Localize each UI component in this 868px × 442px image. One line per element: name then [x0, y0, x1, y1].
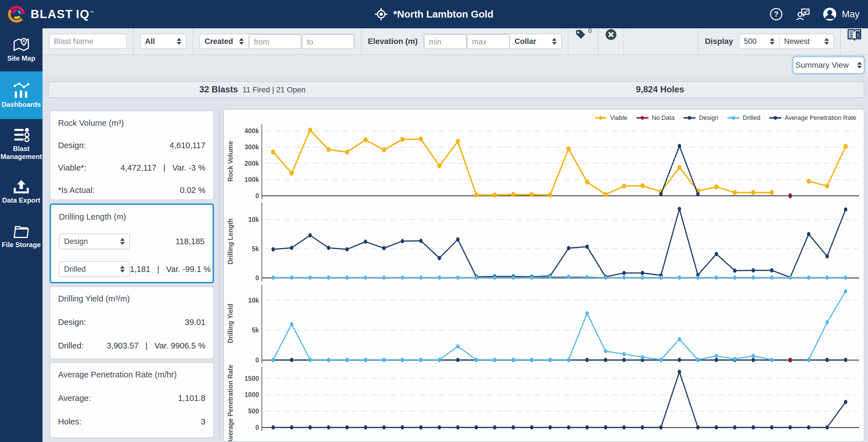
elevation-min-input[interactable]	[424, 34, 466, 49]
sidebar-item-data-export[interactable]: Data Export	[0, 169, 42, 214]
y-axis-title: Drilling Length	[224, 200, 237, 283]
user-guide-button[interactable]: i	[841, 28, 868, 54]
chart-drilling-yield: Drilling Yield05k10k	[224, 283, 864, 365]
legend-item[interactable]: No Data	[636, 114, 675, 122]
svg-text:500: 500	[248, 407, 259, 415]
user-guide-book-icon: i	[847, 28, 862, 41]
kpi-cards-panel: Rock Volume (m³) Design:4,610,117Viable*…	[50, 110, 214, 439]
elevation-label: Elevation (m)	[368, 37, 418, 46]
card-row: Viable*:4,472,117 | Var. -3 %	[58, 163, 206, 172]
card-row: Design:39.01	[58, 318, 206, 327]
elevation-ref-select[interactable]: Collar	[510, 34, 561, 49]
tags-filter-button[interactable]: 0	[568, 28, 598, 54]
card-row: Design118,185	[59, 233, 205, 249]
legend-marker-icon	[683, 116, 696, 120]
metric-label: Drilled:	[58, 341, 84, 350]
blast-type-select[interactable]: All	[140, 34, 186, 49]
metric-label: Viable*:	[58, 163, 86, 172]
feedback-icon[interactable]	[796, 7, 810, 21]
site-map-icon	[12, 37, 30, 52]
legend-marker-icon	[636, 116, 649, 120]
legend-item[interactable]: Viable	[594, 114, 627, 122]
metric-label: Holes:	[58, 417, 81, 427]
panel-divider	[220, 110, 220, 439]
select-caret-icon	[857, 62, 862, 69]
clear-filters-icon	[605, 28, 617, 41]
card-row: Design:4,610,117	[58, 141, 206, 150]
svg-text:1500: 1500	[245, 375, 259, 382]
date-field-select[interactable]: Created	[200, 34, 248, 49]
chart-plot-area[interactable]: 05k10k	[237, 200, 860, 283]
legend-marker-icon	[594, 116, 607, 120]
card-row: Average:1,101.8	[58, 393, 206, 403]
metric-value: 0.02 %	[180, 186, 206, 195]
summary-view-select[interactable]: Summary View	[793, 57, 864, 73]
blasts-count: 32 Blasts 11 Fired | 21 Open	[49, 85, 456, 95]
data-export-icon	[13, 179, 29, 194]
brand[interactable]: BLASTIQ™	[0, 5, 130, 23]
date-to-input[interactable]	[302, 34, 354, 49]
sidebar-nav: Site Map Dashboards Blast Manage	[0, 28, 42, 442]
metric-label: *Is Actual:	[58, 186, 95, 195]
svg-text:200k: 200k	[245, 160, 259, 167]
tag-icon	[575, 28, 587, 40]
chart-plot-area[interactable]: 0100k200k300k400k	[237, 122, 860, 200]
legend-marker-icon	[727, 116, 740, 120]
metric-value: 4,472,117 | Var. -3 %	[120, 163, 206, 172]
sidebar-item-site-map[interactable]: Site Map	[0, 28, 42, 71]
blastiq-logo-icon	[7, 5, 26, 23]
blast-management-icon	[12, 128, 30, 143]
measure-select[interactable]: Drilled	[59, 261, 130, 277]
svg-text:10k: 10k	[248, 297, 259, 304]
charts-panel: ViableNo DataDesignDrilledAverage Penetr…	[223, 109, 864, 442]
metric-value: 4,610,117	[169, 141, 206, 150]
card-row: Holes:3	[58, 417, 206, 427]
card-drilling-length[interactable]: Drilling Length (m) Design118,185Drilled…	[50, 203, 214, 283]
site-target-icon	[375, 8, 388, 21]
counts-bar: 32 Blasts 11 Fired | 21 Open 9,824 Holes	[48, 81, 864, 98]
top-navbar: BLASTIQ™ *North Lambton Gold ?	[0, 0, 868, 28]
clear-filters-button[interactable]	[598, 28, 623, 54]
legend-item[interactable]: Average Penetration Rate	[769, 114, 857, 122]
sidebar-item-blast-management[interactable]: Blast Management	[0, 119, 42, 169]
card-row: Drilled1,181 | Var. -99.1 %	[59, 261, 205, 277]
user-menu[interactable]: May	[823, 7, 860, 21]
help-icon[interactable]: ?	[769, 7, 783, 21]
select-caret-icon	[120, 266, 125, 273]
card-drilling-yield: Drilling Yield (m³/m) Design:39.01Drille…	[50, 286, 214, 359]
site-name[interactable]: *North Lambton Gold	[393, 8, 494, 20]
view-toolbar: Summary View	[42, 54, 868, 76]
select-caret-icon	[120, 238, 125, 245]
blast-name-input[interactable]	[49, 34, 127, 49]
svg-text:5k: 5k	[252, 326, 259, 334]
brand-wordmark: BLASTIQ™	[31, 7, 94, 21]
chart-plot-area[interactable]: 05k10k	[237, 283, 860, 365]
svg-text:0: 0	[255, 356, 259, 364]
tag-count-badge: 0	[588, 27, 592, 35]
file-storage-icon	[12, 224, 30, 239]
chart-plot-area[interactable]: 050010001500	[237, 365, 860, 432]
display-group: 500 Newest	[739, 34, 834, 49]
svg-text:5k: 5k	[252, 245, 259, 252]
select-caret-icon	[177, 38, 181, 45]
display-count-select[interactable]: 500	[739, 34, 779, 49]
legend-item[interactable]: Drilled	[727, 114, 760, 122]
blastiq-app: BLASTIQ™ *North Lambton Gold ?	[0, 0, 868, 442]
sort-order-select[interactable]: Newest	[780, 34, 833, 49]
metric-label: Design:	[58, 141, 86, 150]
y-axis-title: Drilling Yield	[224, 283, 237, 365]
sidebar-item-dashboards[interactable]: Dashboards	[0, 71, 42, 119]
svg-text:10k: 10k	[248, 216, 259, 223]
filter-bar: All Created Elevation (m)	[42, 28, 868, 54]
date-from-input[interactable]	[249, 34, 301, 49]
sidebar-item-file-storage[interactable]: File Storage	[0, 214, 42, 259]
select-caret-icon	[239, 38, 244, 45]
svg-text:1000: 1000	[245, 391, 259, 398]
measure-select[interactable]: Design	[59, 233, 130, 249]
y-axis-title: Rock Volume	[224, 122, 237, 200]
holes-count: 9,824 Holes	[456, 85, 864, 95]
metric-label: Average:	[58, 393, 91, 403]
elevation-max-input[interactable]	[467, 34, 509, 49]
metric-value: 118,185	[176, 237, 205, 246]
legend-item[interactable]: Design	[683, 114, 718, 122]
